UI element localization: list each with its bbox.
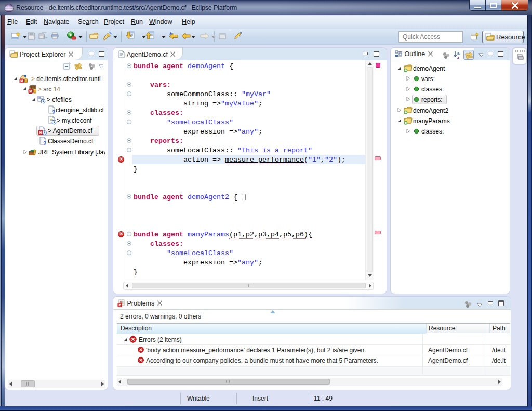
svg-text:?: ? xyxy=(43,141,46,146)
svg-text:?: ? xyxy=(52,110,55,115)
svg-text:z: z xyxy=(457,55,459,59)
